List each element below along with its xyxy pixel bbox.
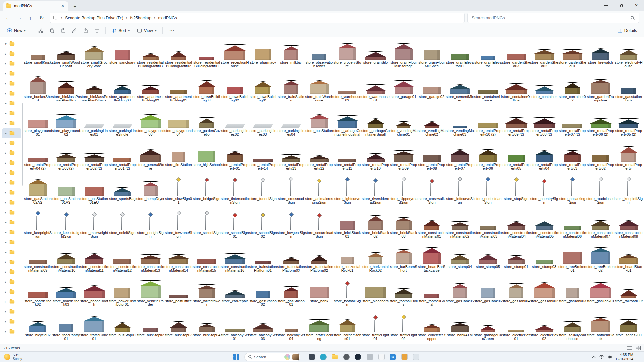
file-item[interactable]: store_gardenGazebo xyxy=(193,108,221,142)
file-item[interactable]: store_residentialBuildingMotif01 xyxy=(193,40,221,74)
file-item[interactable]: store_rentalProperty07 (2) xyxy=(558,108,586,142)
file-item[interactable]: store_constructionMaterial04 xyxy=(502,210,530,244)
start-button[interactable] xyxy=(232,352,241,362)
file-item[interactable]: store_garage02 xyxy=(418,74,446,108)
file-item[interactable]: store_gardenShed01 xyxy=(558,40,586,74)
sidebar-folder-item[interactable]: ▸ xyxy=(2,277,21,287)
file-item[interactable]: store_balconySet01 xyxy=(221,312,249,344)
file-item[interactable]: store_stopSign xyxy=(502,176,530,210)
file-item[interactable]: store_rentalProperty11 xyxy=(333,142,361,176)
file-item[interactable]: store_footballSign xyxy=(333,278,361,312)
file-item[interactable]: store_gardenTrampoline xyxy=(586,74,615,108)
gimp-icon[interactable] xyxy=(343,353,350,361)
file-item[interactable]: store_horizontalRock02 xyxy=(361,244,390,278)
file-item[interactable]: store_containerHouse xyxy=(474,74,502,108)
up-button[interactable]: ↑ xyxy=(25,13,36,23)
file-item[interactable]: store_gasTank01 xyxy=(586,278,615,312)
file-item[interactable]: store_smallWoodDeposit xyxy=(52,40,80,74)
maximize-button[interactable] xyxy=(614,0,629,11)
file-item[interactable]: store_constructionMaterial15 xyxy=(193,244,221,278)
file-item[interactable]: store_tunnelSign xyxy=(249,176,277,210)
copilot-icon[interactable] xyxy=(284,354,290,360)
file-item[interactable]: store_constructionMaterial13 xyxy=(136,244,164,278)
file-item[interactable]: store_parkingLines04 xyxy=(277,108,305,142)
file-item[interactable]: store_firewatch xyxy=(586,40,615,74)
forward-button[interactable]: → xyxy=(14,13,24,23)
file-item[interactable]: store_sellbuyWarehouse xyxy=(558,312,586,344)
file-item[interactable]: store_slipperyroadSign xyxy=(390,176,418,210)
file-item[interactable]: store_receptionHouse xyxy=(221,40,249,74)
file-item[interactable]: store_schoolSign01 xyxy=(221,210,249,244)
file-item[interactable]: store_constructionMaterial03 xyxy=(474,210,502,244)
file-item[interactable]: store_bicycle02 xyxy=(24,312,52,344)
file-item[interactable]: store_electricBox02 xyxy=(530,312,558,344)
file-item[interactable]: store_rentalProperty04 xyxy=(530,142,558,176)
file-item[interactable]: store_rentalProperty13 xyxy=(277,142,305,176)
file-item[interactable]: store_brickStack02 xyxy=(361,210,390,244)
file-item[interactable]: store_rentalProperty10 xyxy=(361,142,390,176)
file-item[interactable]: store_treeBroken02 xyxy=(586,244,615,278)
file-item[interactable]: store_busStop04 xyxy=(193,312,221,344)
file-item[interactable]: store_rentalProperty03 (2) xyxy=(52,142,80,176)
sidebar-folder-item[interactable]: ▸ xyxy=(2,327,21,337)
file-item[interactable]: store_garage01 xyxy=(390,74,418,108)
file-item[interactable]: store_bleachers xyxy=(361,278,390,312)
more-options-button[interactable]: ⋯ xyxy=(166,26,177,36)
file-item[interactable]: store_garbageContainerSmall xyxy=(361,108,390,142)
file-item[interactable]: store_busStop01 xyxy=(108,312,136,344)
file-item[interactable]: store_garbageContainerIndustrial xyxy=(333,108,361,142)
sidebar-folder-item[interactable]: ▸ xyxy=(2,247,21,257)
sidebar-folder-item[interactable]: ▸ xyxy=(2,218,21,227)
file-item[interactable]: store_rightcurveSign xyxy=(333,176,361,210)
file-item[interactable]: store_busStop03 xyxy=(164,312,193,344)
file-item[interactable]: store_schoolSign xyxy=(193,210,221,244)
file-item[interactable]: store_maxweightSign xyxy=(80,210,108,244)
sidebar-folder-item[interactable]: ▸ xyxy=(2,188,21,198)
file-item[interactable]: store_highSchool xyxy=(193,142,221,176)
file-item[interactable]: store_footballGoal xyxy=(418,278,446,312)
file-item[interactable]: store_riversideroadSign xyxy=(361,176,390,210)
chevron-collapsed-icon[interactable]: ▸ xyxy=(4,240,7,244)
chevron-collapsed-icon[interactable]: ▸ xyxy=(4,290,7,294)
monitor-app-icon[interactable] xyxy=(308,353,316,361)
chevron-expanded-icon[interactable]: ▾ xyxy=(4,42,7,46)
file-item[interactable]: store_keepleftSign xyxy=(615,176,643,210)
file-item[interactable]: store_container xyxy=(530,74,558,108)
edge-icon[interactable] xyxy=(319,353,327,361)
file-item[interactable]: store_grainElevator xyxy=(474,40,502,74)
file-item[interactable]: store_trainWarehouse xyxy=(305,74,333,108)
file-item[interactable]: store_bank xyxy=(305,278,333,312)
file-item[interactable]: store_playground02 xyxy=(52,108,80,142)
file-item[interactable]: store_busStop02 xyxy=(136,312,164,344)
file-item[interactable]: store_horizontalRock01 xyxy=(333,244,361,278)
file-item[interactable]: store_pharmacy xyxy=(249,40,277,74)
refresh-button[interactable]: ↻ xyxy=(36,13,47,23)
file-item[interactable]: store_containerOffice xyxy=(502,74,530,108)
search-input[interactable]: Search modPNGs xyxy=(467,13,639,23)
file-item[interactable]: store_townBuilding03 xyxy=(193,74,221,108)
chevron-collapsed-icon[interactable]: ▸ xyxy=(4,72,7,75)
file-item[interactable]: store_vendingMachine02 xyxy=(418,108,446,142)
file-item[interactable]: store_treeBroken01 xyxy=(558,244,586,278)
notepad-app-icon[interactable] xyxy=(377,353,385,361)
thumbnail-view-toggle-icon[interactable] xyxy=(636,346,641,350)
chevron-collapsed-icon[interactable]: ▸ xyxy=(4,151,7,155)
sidebar-folder-item[interactable]: ▸ xyxy=(2,128,21,138)
file-item[interactable]: store_vendingMachine03 xyxy=(446,108,474,142)
file-item[interactable]: store_constructionMaterial02 xyxy=(446,210,474,244)
sidebar-folder-item[interactable]: ▸ xyxy=(2,168,21,178)
chevron-collapsed-icon[interactable]: ▸ xyxy=(4,62,7,65)
file-item[interactable]: store_bankATM xyxy=(446,312,474,344)
file-item[interactable]: store_apartmentBuilding02 xyxy=(136,74,164,108)
tab-modpngs[interactable]: modPNGs ✕ xyxy=(3,1,68,11)
file-item[interactable]: store_boardStack02 xyxy=(24,278,52,312)
file-item[interactable]: store_gasStation02 xyxy=(249,278,277,312)
file-item[interactable]: store_crosswalkSign xyxy=(418,176,446,210)
file-item[interactable]: store_watchtower xyxy=(193,278,221,312)
file-item[interactable]: store_grainFlourMillShed xyxy=(418,40,446,74)
file-item[interactable]: store_postOffice xyxy=(164,278,193,312)
file-item[interactable]: store_anthemBlack xyxy=(586,312,615,344)
chevron-collapsed-icon[interactable]: ▸ xyxy=(4,52,7,56)
file-item[interactable]: store_sanctuary xyxy=(108,40,136,74)
chevron-collapsed-icon[interactable]: ▸ xyxy=(4,260,7,264)
